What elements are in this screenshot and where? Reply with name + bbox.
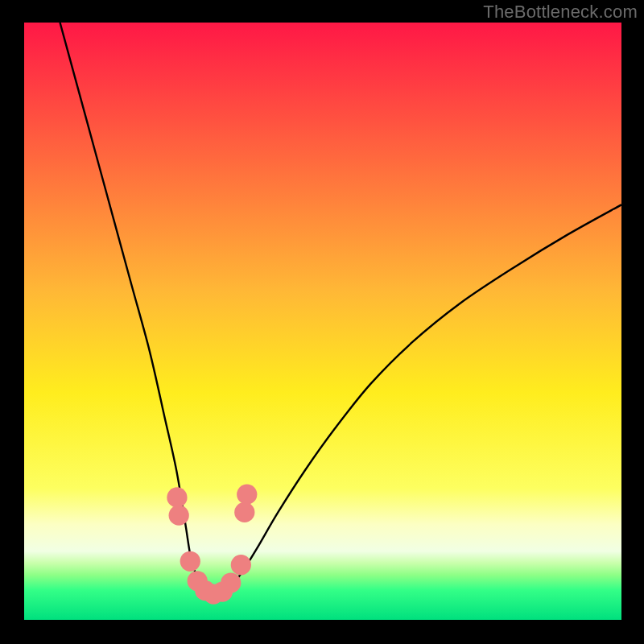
chart-svg <box>24 23 621 620</box>
marker-dot <box>231 555 251 575</box>
chart-plot-area <box>24 23 621 620</box>
marker-dot <box>221 572 241 592</box>
marker-dot <box>234 502 254 522</box>
marker-dot <box>167 487 187 507</box>
watermark-text: TheBottleneck.com <box>483 2 638 23</box>
chart-background <box>24 23 621 620</box>
marker-dot <box>180 551 200 572</box>
marker-dot <box>169 506 189 526</box>
chart-frame: TheBottleneck.com <box>0 0 644 644</box>
marker-dot <box>237 485 257 505</box>
